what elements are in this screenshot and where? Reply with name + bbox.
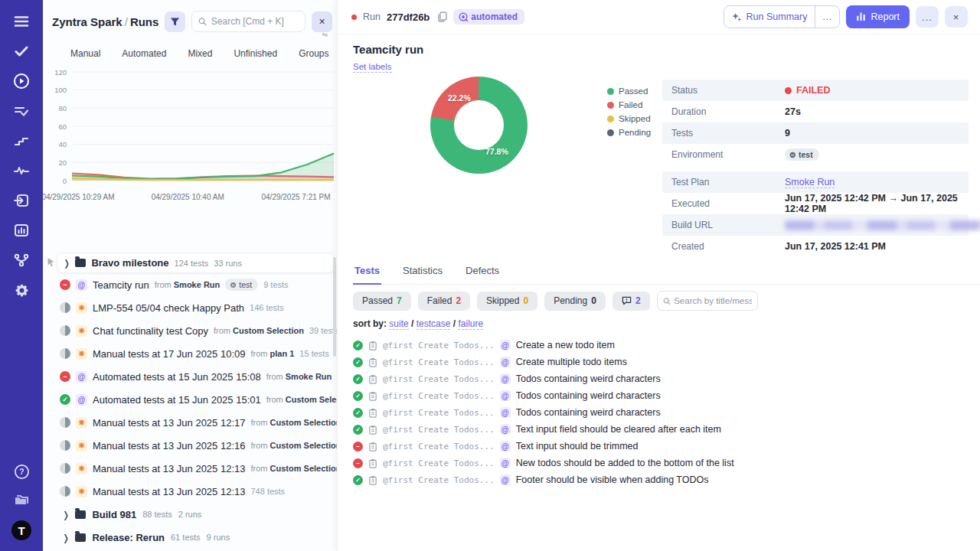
test-row[interactable]: ✓@first Create Todos...@Footer should be… (353, 471, 734, 488)
test-row[interactable]: ✓@first Create Todos...@Todos containing… (353, 370, 734, 387)
breadcrumb: Zyntra Spark/Runs (52, 15, 158, 28)
run-row[interactable]: ✷Chat functinality test Copyfrom Custom … (43, 319, 337, 342)
filter-skipped[interactable]: Skipped0 (477, 292, 537, 311)
import-nav-button[interactable] (11, 191, 31, 210)
test-row[interactable]: −@first Create Todos...@New todos should… (353, 455, 734, 471)
close-panel-button[interactable]: × (312, 11, 332, 32)
folder-row[interactable]: ❯Release: Rerun61 tests9 runs (43, 526, 337, 549)
test-failed-icon: − (353, 442, 363, 452)
branches-nav-button[interactable] (11, 251, 31, 269)
test-search[interactable] (657, 291, 758, 311)
run-source: from Smoke Run (155, 280, 220, 289)
resize-handle-icon[interactable]: ⇋ (322, 31, 328, 38)
run-row[interactable]: ✷Manual tests at 13 Jun 2025 12:13from C… (43, 457, 337, 480)
detail-value[interactable]: Smoke Run (785, 177, 835, 188)
projects-button[interactable] (11, 491, 31, 510)
tests-nav-button[interactable] (11, 42, 31, 60)
automated-type-icon: @ (76, 394, 87, 406)
chevron-right-icon[interactable]: ❯ (63, 509, 69, 519)
run-summary-label: Run Summary (746, 11, 808, 22)
help-button[interactable]: ? (11, 462, 31, 481)
sign-in-icon (14, 194, 29, 207)
runs-search[interactable] (191, 11, 305, 32)
search-input[interactable] (211, 16, 299, 27)
chevron-right-icon[interactable]: ❯ (64, 258, 70, 268)
project-name[interactable]: Zyntra Spark (52, 15, 122, 28)
run-summary-button[interactable]: Run Summary (724, 6, 815, 28)
test-row[interactable]: ✓@first Create Todos...@Create a new tod… (353, 337, 734, 354)
test-row[interactable]: −@first Create Todos...@Text input shoul… (353, 438, 734, 455)
set-labels-link[interactable]: Set labels (353, 62, 392, 73)
automated-badge[interactable]: automated (453, 9, 524, 24)
run-title: Manual tests at 17 Jun 2025 10:09 (93, 348, 245, 360)
menu-button[interactable] (11, 12, 31, 31)
tab-statistics[interactable]: Statistics (401, 265, 444, 284)
detail-row-test-plan: Test PlanSmoke Run (662, 171, 969, 193)
sort-by-testcase[interactable]: testcase (416, 318, 451, 330)
build-url-redacted[interactable] (785, 220, 980, 230)
sort-by-failure[interactable]: failure (458, 318, 483, 330)
runs-nav-button[interactable] (11, 72, 31, 90)
filter-icon (170, 17, 180, 27)
report-button[interactable]: Report (846, 5, 910, 28)
run-row[interactable]: −@Automated tests at 15 Jun 2025 15:08fr… (43, 365, 337, 388)
test-row[interactable]: ✓@first Create Todos...@Text input field… (353, 421, 734, 438)
detail-text: Jun 17, 2025 12:42 PM → Jun 17, 2025 12:… (785, 193, 959, 214)
filter-pending[interactable]: Pending0 (544, 292, 606, 311)
run-row[interactable]: ✷Manual tests at 13 Jun 2025 12:16from C… (43, 434, 337, 457)
app-logo[interactable]: T (11, 520, 31, 540)
environment-name: test (239, 280, 252, 289)
tab-tests[interactable]: Tests (353, 265, 381, 285)
scrollbar-thumb[interactable] (333, 257, 336, 357)
filter-comments[interactable]: 2 (612, 292, 650, 311)
more-actions-button[interactable]: ... (916, 6, 939, 28)
activity-nav-button[interactable] (11, 161, 31, 180)
projects-icon (13, 494, 30, 507)
sort-by-suite[interactable]: suite (389, 318, 408, 330)
close-run-button[interactable]: × (945, 6, 968, 28)
run-row[interactable]: ✓@Automated tests at 15 Jun 2025 15:01fr… (43, 388, 337, 411)
folder-row[interactable]: ❯Build 98188 tests2 runs (43, 503, 337, 526)
settings-nav-button[interactable] (11, 281, 31, 299)
chevron-right-icon[interactable]: ❯ (63, 532, 69, 542)
test-suite-path: @first Create Todos... (383, 357, 495, 367)
analytics-nav-button[interactable] (11, 221, 31, 240)
tab-defects[interactable]: Defects (464, 265, 501, 284)
run-row[interactable]: −@Teamcity runfrom Smoke Run⚙test9 tests (43, 273, 337, 296)
test-suite-path: @first Create Todos... (383, 341, 495, 350)
detail-text: 27s (785, 106, 801, 117)
tab-groups[interactable]: Groups (288, 48, 337, 59)
filter-button[interactable] (165, 11, 185, 32)
filter-label: Passed (362, 295, 393, 306)
filter-failed[interactable]: Failed2 (418, 292, 470, 311)
tab-unfinished[interactable]: Unfinished (223, 48, 288, 59)
clipboard-icon (368, 425, 377, 435)
steps-nav-button[interactable] (11, 132, 31, 150)
environment-badge[interactable]: ⚙test (225, 279, 258, 291)
filter-passed[interactable]: Passed7 (353, 292, 411, 311)
tab-mixed[interactable]: Mixed (177, 48, 223, 59)
run-row[interactable]: ✷Manual tests at 17 Jun 2025 10:09from p… (43, 342, 337, 365)
menu-icon (14, 15, 29, 28)
milestone-folder-row[interactable]: ❯ Bravo milestone 124 tests 33 runs (57, 253, 335, 273)
test-search-input[interactable] (674, 296, 751, 305)
run-row[interactable]: ✷LMP-554 05/04 check Happy Path146 tests (43, 296, 337, 319)
tab-manual[interactable]: Manual (60, 48, 111, 59)
legend-dot (607, 129, 614, 136)
test-row[interactable]: ✓@first Create Todos...@Todos containing… (353, 387, 734, 404)
test-suite-path: @first Create Todos... (383, 374, 495, 384)
tab-automated[interactable]: Automated (111, 48, 177, 59)
environment-badge[interactable]: ⚙test (785, 148, 819, 161)
gear-icon (14, 282, 30, 298)
manual-type-icon: ✷ (76, 417, 87, 429)
test-row[interactable]: ✓@first Create Todos...@Todos containing… (353, 404, 734, 421)
test-plan-link[interactable]: Smoke Run (785, 177, 835, 188)
test-row[interactable]: ✓@first Create Todos...@Create multiple … (353, 354, 734, 370)
cases-nav-button[interactable] (11, 102, 31, 120)
run-summary-more-button[interactable]: ... (815, 6, 839, 28)
copy-icon (437, 11, 447, 22)
run-row[interactable]: ✷Manual tests at 13 Jun 2025 12:13748 te… (43, 480, 337, 503)
run-row[interactable]: ✷Manual tests at 13 Jun 2025 12:17from C… (43, 411, 337, 434)
manual-type-icon: ✷ (76, 440, 87, 452)
copy-run-id-button[interactable] (437, 11, 447, 22)
